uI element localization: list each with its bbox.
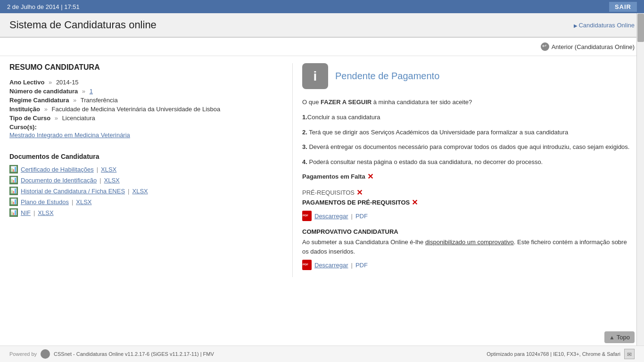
back-icon <box>541 42 549 51</box>
doc-format-certificado[interactable]: XLSX <box>101 166 116 173</box>
download-row-1: Descarregar | PDF <box>302 211 635 221</box>
val-instituicao: Faculdade de Medicina Veterinária da Uni… <box>52 106 221 113</box>
doc-link-identificacao[interactable]: Documento de Identificação <box>21 177 97 184</box>
doc-link-nif[interactable]: NIF <box>21 209 31 216</box>
label-cursos: Curso(s): <box>9 123 37 131</box>
comprovativo-desc: Ao submeter a sua Candidatura Online é-l… <box>302 238 635 256</box>
download-link-1[interactable]: Descarregar <box>314 213 348 220</box>
pdf-icon-2 <box>302 260 312 270</box>
prereq-x: ✕ <box>356 188 363 197</box>
info-text: O que FAZER A SEGUIR à minha candidatura… <box>302 99 635 106</box>
comprovativo-section: COMPROVATIVO CANDIDATURA Ao submeter a s… <box>302 228 635 270</box>
docs-section: Documentos de Candidatura Certificado de… <box>9 153 283 217</box>
header: Sistema de Candidaturas online Candidatu… <box>0 13 644 38</box>
doc-link-plano[interactable]: Plano de Estudos <box>21 198 69 206</box>
download-row-2: Descarregar | PDF <box>302 260 635 270</box>
content-area: RESUMO CANDIDATURA Ano Lectivo » 2014-15… <box>0 56 644 284</box>
docs-title: Documentos de Candidatura <box>9 153 283 160</box>
curso-link[interactable]: Mestrado Integrado em Medicina Veterinár… <box>9 132 283 139</box>
doc-link-historial[interactable]: Historial de Candidatura / Ficha ENES <box>21 188 125 195</box>
right-panel: i Pendente de Pagamento O que FAZER A SE… <box>292 63 635 277</box>
label-instituicao: Instituição <box>9 106 40 113</box>
resumo-title: RESUMO CANDIDATURA <box>9 63 283 72</box>
prereq-payments-label: PAGAMENTOS DE PRÉ-REQUISITOS <box>302 199 410 206</box>
sair-button[interactable]: SAIR <box>609 2 637 12</box>
info-row-numero-candidatura: Número de candidatura » 1 <box>9 88 283 95</box>
scrollbar[interactable] <box>636 13 644 346</box>
back-button[interactable]: Anterior (Candidaturas Online) <box>541 42 635 51</box>
email-icon[interactable]: ✉ <box>624 349 635 359</box>
topo-arrow-icon: ▲ <box>609 334 615 341</box>
doc-format-historial[interactable]: XLSX <box>132 188 148 195</box>
doc-icon-plano <box>9 197 18 206</box>
info-row-ano-lectivo: Ano Lectivo » 2014-15 <box>9 79 283 86</box>
pdf-icon-1 <box>302 211 312 221</box>
info-row-cursos: Curso(s): Mestrado Integrado em Medicina… <box>9 123 283 139</box>
step-4: 4. Poderá consultar nesta página o estad… <box>302 157 635 167</box>
status-title: Pendente de Pagamento <box>335 71 439 82</box>
doc-row-plano: Plano de Estudos | XLSX <box>9 197 283 206</box>
info-row-tipo-curso: Tipo de Curso » Licenciatura <box>9 115 283 122</box>
step-3: 3. Deverá entregar os documentos necessá… <box>302 142 635 152</box>
powered-label: Powered by <box>9 351 37 357</box>
datetime-label: 2 de Julho de 2014 | 17:51 <box>7 3 80 10</box>
back-button-label: Anterior (Candidaturas Online) <box>552 43 635 50</box>
doc-row-nif: NIF | XLSX <box>9 208 283 217</box>
prereq-payments-x: ✕ <box>412 198 418 207</box>
doc-row-identificacao: Documento de Identificação | XLSX <box>9 176 283 184</box>
pagamentos-falta-x: ✕ <box>367 172 373 181</box>
prereq-section: PRÉ-REQUISITOS ✕ PAGAMENTOS DE PRÉ-REQUI… <box>302 188 635 221</box>
topo-label: Topo <box>617 334 630 341</box>
scrollbar-thumb[interactable] <box>637 14 644 42</box>
label-tipo-curso: Tipo de Curso <box>9 115 50 122</box>
doc-icon-historial <box>9 187 18 195</box>
footer-right-section: Optimizado para 1024x768 | IE10, FX3+, C… <box>487 349 635 359</box>
doc-row-historial: Historial de Candidatura / Ficha ENES | … <box>9 187 283 195</box>
breadcrumb[interactable]: Candidaturas Online <box>574 22 635 29</box>
download-link-2[interactable]: Descarregar <box>314 262 348 269</box>
topo-button[interactable]: ▲ Topo <box>604 331 635 343</box>
label-ano-lectivo: Ano Lectivo <box>9 79 44 86</box>
val-ano-lectivo: 2014-15 <box>56 79 79 86</box>
page-title: Sistema de Candidaturas online <box>9 19 157 31</box>
doc-link-certificado[interactable]: Certificado de Habilitações <box>21 166 94 173</box>
doc-row-certificado: Certificado de Habilitações | XLSX <box>9 165 283 173</box>
doc-format-identificacao[interactable]: XLSX <box>104 177 120 184</box>
doc-format-plano[interactable]: XLSX <box>76 198 91 206</box>
prereq-title: PRÉ-REQUISITOS ✕ <box>302 188 635 197</box>
top-bar: 2 de Julho de 2014 | 17:51 SAIR <box>0 0 644 13</box>
left-panel: RESUMO CANDIDATURA Ano Lectivo » 2014-15… <box>9 63 283 277</box>
step-2: 2. Terá que se dirigir aos Serviços Acad… <box>302 128 635 137</box>
breadcrumb-link[interactable]: Candidaturas Online <box>578 22 635 29</box>
prereq-payments: PAGAMENTOS DE PRÉ-REQUISITOS ✕ <box>302 198 635 207</box>
footer: Powered by CSSnet - Candidaturas Online … <box>0 346 644 362</box>
main-wrapper: Anterior (Candidaturas Online) RESUMO CA… <box>0 38 644 284</box>
download-format-1: PDF <box>355 213 368 220</box>
comprovativo-title: COMPROVATIVO CANDIDATURA <box>302 228 635 235</box>
cssnet-logo <box>41 349 50 359</box>
footer-right-text: Optimizado para 1024x768 | IE10, FX3+, C… <box>487 351 620 357</box>
prereq-label: PRÉ-REQUISITOS <box>302 189 355 196</box>
val-numero-candidatura[interactable]: 1 <box>90 88 93 95</box>
doc-format-nif[interactable]: XLSX <box>38 209 53 216</box>
pagamentos-falta-label: Pagamentos em Falta <box>302 173 365 180</box>
label-numero-candidatura: Número de candidatura <box>9 88 78 95</box>
footer-main-text: CSSnet - Candidaturas Online v11.2.17-6 … <box>54 351 214 357</box>
doc-icon-nif <box>9 208 18 217</box>
val-regime: Transferência <box>81 97 118 104</box>
footer-left: Powered by CSSnet - Candidaturas Online … <box>9 349 214 359</box>
back-row: Anterior (Candidaturas Online) <box>0 38 644 56</box>
pagamentos-falta: Pagamentos em Falta ✕ <box>302 172 635 181</box>
status-box: i Pendente de Pagamento <box>302 63 635 89</box>
status-icon: i <box>302 63 328 89</box>
step-1: 1.Concluir a sua candidatura <box>302 113 635 122</box>
label-regime: Regime Candidatura <box>9 97 69 104</box>
info-row-regime: Regime Candidatura » Transferência <box>9 97 283 104</box>
doc-icon-certificado <box>9 165 18 173</box>
info-text-bold: FAZER A SEGUIR <box>321 99 372 106</box>
download-format-2: PDF <box>355 262 368 269</box>
info-row-instituicao: Instituição » Faculdade de Medicina Vete… <box>9 106 283 113</box>
doc-icon-identificacao <box>9 176 18 184</box>
val-tipo-curso: Licenciatura <box>62 115 95 122</box>
